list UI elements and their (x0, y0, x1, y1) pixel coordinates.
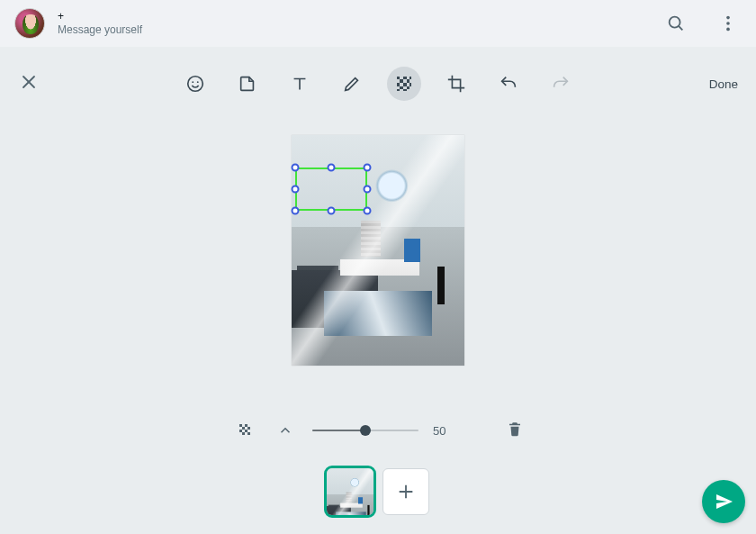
selection-handle-w[interactable] (292, 186, 300, 194)
svg-rect-13 (400, 79, 403, 83)
slider-thumb[interactable] (360, 425, 371, 436)
svg-line-1 (679, 26, 682, 30)
svg-point-9 (197, 81, 199, 83)
crop-tool[interactable] (439, 67, 473, 101)
pixelate-controls: 50 (233, 418, 523, 443)
attachment-thumbnails (327, 468, 429, 515)
svg-point-0 (670, 17, 680, 28)
svg-point-4 (726, 28, 730, 32)
text-tool[interactable] (283, 67, 317, 101)
svg-rect-22 (239, 424, 242, 427)
menu-more-icon[interactable] (718, 14, 738, 33)
svg-point-3 (726, 22, 730, 25)
sticker-tool[interactable] (230, 67, 265, 101)
pixelate-selection[interactable] (295, 167, 367, 211)
svg-rect-10 (397, 77, 400, 80)
delete-selection-icon[interactable] (507, 420, 523, 441)
header-title: + (58, 10, 653, 23)
search-icon[interactable] (666, 14, 686, 33)
emoji-tool[interactable] (178, 67, 212, 101)
svg-rect-27 (245, 430, 248, 432)
undo-tool[interactable] (491, 67, 526, 101)
selection-handle-nw[interactable] (292, 164, 300, 172)
svg-rect-12 (410, 77, 411, 80)
selection-handle-s[interactable] (328, 207, 336, 215)
svg-rect-16 (403, 83, 407, 86)
header-subtitle: Message yourself (58, 23, 653, 37)
svg-rect-21 (403, 89, 407, 91)
selection-handle-sw[interactable] (292, 207, 300, 215)
svg-rect-26 (239, 430, 242, 432)
selection-handle-e[interactable] (364, 186, 372, 194)
editor-toolbar (178, 67, 578, 101)
svg-rect-14 (407, 79, 410, 83)
redo-tool (544, 67, 578, 101)
svg-rect-29 (248, 432, 250, 435)
close-icon[interactable] (21, 74, 37, 94)
selection-handle-ne[interactable] (364, 164, 372, 172)
svg-rect-15 (397, 83, 400, 86)
svg-rect-28 (242, 432, 245, 435)
pixelate-icon (233, 418, 258, 443)
selection-handle-n[interactable] (328, 164, 336, 172)
svg-rect-20 (397, 89, 400, 91)
pixelate-value: 50 (433, 424, 453, 438)
avatar[interactable] (14, 8, 45, 39)
svg-rect-18 (400, 86, 403, 90)
chat-header: + Message yourself (0, 0, 756, 47)
svg-rect-23 (245, 424, 248, 427)
svg-rect-19 (407, 86, 410, 90)
svg-point-8 (192, 81, 194, 83)
svg-point-7 (188, 77, 203, 92)
svg-point-2 (726, 16, 730, 20)
collapse-slider-icon[interactable] (273, 418, 298, 443)
send-button[interactable] (702, 480, 745, 523)
pixelate-tool[interactable] (387, 67, 421, 101)
header-text[interactable]: + Message yourself (58, 10, 653, 37)
selection-handle-se[interactable] (364, 207, 372, 215)
image-canvas[interactable] (292, 135, 464, 366)
thumbnail-1[interactable] (327, 468, 374, 515)
svg-rect-11 (403, 77, 407, 80)
done-button[interactable]: Done (709, 77, 738, 91)
add-attachment-button[interactable] (382, 468, 429, 515)
svg-rect-25 (248, 427, 250, 430)
draw-tool[interactable] (335, 67, 369, 101)
svg-rect-17 (410, 83, 411, 86)
pixelate-slider[interactable] (312, 430, 418, 431)
svg-rect-24 (242, 427, 245, 430)
image-editor: Done (0, 47, 756, 534)
